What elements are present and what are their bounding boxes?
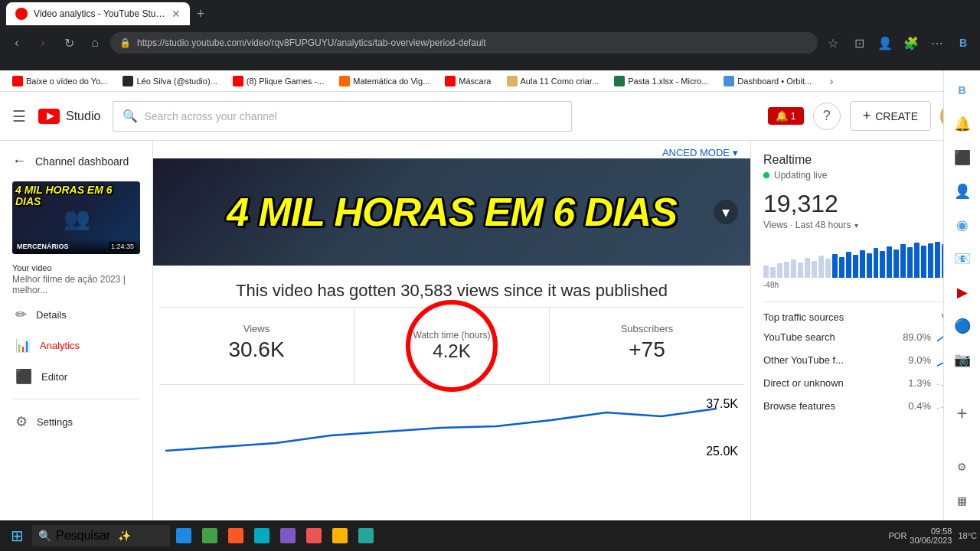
bookmark-1[interactable]: Baixe o vídeo do Yo... <box>6 74 113 88</box>
taskbar-app-icon-1 <box>176 528 191 543</box>
sidebar-item-editor[interactable]: ⬛ Editor <box>3 360 149 393</box>
sidebar-icon-6[interactable]: 📧 <box>949 245 976 272</box>
banner-dropdown-button[interactable]: ▾ <box>714 200 738 224</box>
sidebar-icon-4[interactable]: 👤 <box>949 178 976 205</box>
taskbar-app-icon-2 <box>202 528 217 543</box>
extensions-button[interactable]: 🧩 <box>900 32 922 54</box>
settings-icon: ⚙ <box>15 413 28 430</box>
views-label: Views <box>172 323 341 334</box>
bookmarks-button[interactable]: ☆ <box>822 32 844 54</box>
more-button[interactable]: ⋯ <box>926 32 948 54</box>
chevron-down-icon: ▾ <box>733 147 738 158</box>
home-button[interactable]: ⌂ <box>84 32 106 54</box>
forward-nav-button[interactable]: › <box>32 32 54 54</box>
taskbar-icon-2[interactable] <box>198 522 222 549</box>
create-button[interactable]: + CREATE <box>850 101 931 131</box>
chart-area: 37.5K 25.0K <box>153 385 750 477</box>
traffic-pct-0: 89.0% <box>900 331 931 343</box>
taskbar-icon-5[interactable] <box>276 522 300 549</box>
main-content: ← Channel dashboard 4 MIL HORAS EM 6 DIA… <box>0 141 980 551</box>
bookmark-label-1: Baixe o vídeo do Yo... <box>26 77 107 86</box>
notification-button[interactable]: 🔔 1 <box>768 107 804 125</box>
sidebar-layout-icon[interactable]: ▦ <box>949 487 976 514</box>
bing-button[interactable]: B <box>952 32 974 54</box>
taskbar-icon-4[interactable] <box>250 522 274 549</box>
hamburger-menu-button[interactable]: ☰ <box>12 107 26 126</box>
bookmark-4[interactable]: Matemática do Vig... <box>333 74 436 88</box>
taskbar-app-icon-3 <box>228 528 243 543</box>
chart-bar-26 <box>935 242 940 279</box>
chart-bar-11 <box>832 254 838 278</box>
analytics-main: ANCED MODE ▾ 4 MIL HORAS EM 6 DIAS ▾ Thi… <box>153 141 750 551</box>
taskbar-app-icon-6 <box>306 528 322 543</box>
bookmark-8[interactable]: Dashboard • Orbit... <box>717 74 818 88</box>
chart-bar-5 <box>791 259 796 278</box>
taskbar-icon-3[interactable] <box>224 522 248 549</box>
new-tab-button[interactable]: + <box>190 3 211 24</box>
chart-bar-2 <box>770 267 776 278</box>
subscribers-value: +75 <box>562 337 732 362</box>
chart-bar-24 <box>921 246 926 279</box>
create-label: CREATE <box>875 110 918 122</box>
sidebar-icon-7[interactable]: ▶ <box>949 279 976 306</box>
video-thumbnail[interactable]: 4 MIL HORAS EM 6 DIAS MERCENÁRIOS 1:24:3… <box>12 181 140 254</box>
sidebar-icon-1[interactable]: B <box>949 77 976 104</box>
bookmark-label-2: Léo Silva (@studio)... <box>136 77 217 86</box>
sidebar-icon-8[interactable]: 🔵 <box>949 312 976 340</box>
bookmark-favicon-7 <box>614 76 625 86</box>
thumbnail-title-text: MERCENÁRIOS <box>17 243 69 250</box>
chart-time-labels: -48h Now <box>763 281 968 289</box>
start-button[interactable]: ⊞ <box>3 522 31 549</box>
taskbar-icon-1[interactable] <box>172 522 196 549</box>
sidebar-icon-5[interactable]: ◉ <box>949 211 976 239</box>
taskbar-search-placeholder: Pesquisar <box>56 529 110 543</box>
back-nav-button[interactable]: ‹ <box>6 32 28 54</box>
taskbar-icon-6[interactable] <box>302 522 326 549</box>
sidebar-icon-9[interactable]: 📷 <box>949 346 976 373</box>
taskbar-icon-7[interactable] <box>328 522 352 549</box>
live-indicator-dot <box>763 172 769 178</box>
analytics-label: Analytics <box>40 340 80 351</box>
bookmark-5[interactable]: Máscara <box>439 74 497 88</box>
traffic-header: Top traffic sources Views <box>763 311 968 323</box>
traffic-row-3: Browse features 0.4% <box>763 398 968 413</box>
tab-close-button[interactable]: ✕ <box>172 8 181 20</box>
bookmark-3[interactable]: (8) Plique Games -... <box>227 74 330 88</box>
realtime-dropdown-button[interactable]: ▾ <box>854 221 858 230</box>
address-bar[interactable]: 🔒 https://studio.youtube.com/video/rqv8F… <box>110 32 818 54</box>
tab-search-button[interactable]: ⊡ <box>848 32 870 54</box>
bookmark-6[interactable]: Aula 11 Como criar... <box>501 74 606 88</box>
bookmark-7[interactable]: Pasta 1.xlsx - Micro... <box>608 74 714 88</box>
bookmark-2[interactable]: Léo Silva (@studio)... <box>116 74 223 88</box>
channel-dashboard-link[interactable]: ← Channel dashboard <box>0 141 152 181</box>
chart-bar-20 <box>893 249 899 279</box>
reload-button[interactable]: ↻ <box>58 32 80 54</box>
sidebar-item-analytics[interactable]: 📊 Analytics <box>3 331 149 360</box>
advanced-mode-link[interactable]: ANCED MODE ▾ <box>662 147 738 158</box>
taskbar-time: 09:58 <box>910 527 952 536</box>
taskbar-icon-8[interactable] <box>354 522 378 549</box>
chart-bar-17 <box>874 248 879 278</box>
sidebar-add-button[interactable]: + <box>949 399 976 427</box>
sidebar-item-details[interactable]: ✏ Details <box>3 298 149 331</box>
back-arrow-icon: ← <box>12 153 26 169</box>
search-bar[interactable]: 🔍 Search across your channel <box>113 101 572 132</box>
sidebar-icon-3[interactable]: ⬛ <box>949 144 976 171</box>
sidebar-item-settings[interactable]: ⚙ Settings <box>3 406 149 438</box>
help-button[interactable]: ? <box>813 103 841 130</box>
search-placeholder: Search across your channel <box>144 110 562 122</box>
profile-button[interactable]: 👤 <box>874 32 896 54</box>
windows-icon: ⊞ <box>11 527 24 545</box>
taskbar-search-ai-icon: ✨ <box>118 530 131 542</box>
sidebar-icon-2[interactable]: 🔔 <box>949 110 976 138</box>
traffic-pct-2: 1.3% <box>900 377 931 389</box>
youtube-studio-logo[interactable]: Studio <box>38 109 100 124</box>
header-actions: 🔔 1 ? + CREATE L <box>768 101 969 131</box>
taskbar-search[interactable]: 🔍 Pesquisar ✨ <box>32 525 170 546</box>
bookmark-label-8: Dashboard • Orbit... <box>737 77 812 86</box>
active-tab[interactable]: Video analytics - YouTube Studio ✕ <box>6 2 190 25</box>
bookmarks-more-button[interactable]: › <box>821 70 842 92</box>
bookmarks-bar: Baixe o vídeo do Yo... Léo Silva (@studi… <box>0 70 980 92</box>
thumbnail-persons: 👥 <box>64 205 90 230</box>
sidebar-settings-icon[interactable]: ⚙ <box>949 453 976 481</box>
